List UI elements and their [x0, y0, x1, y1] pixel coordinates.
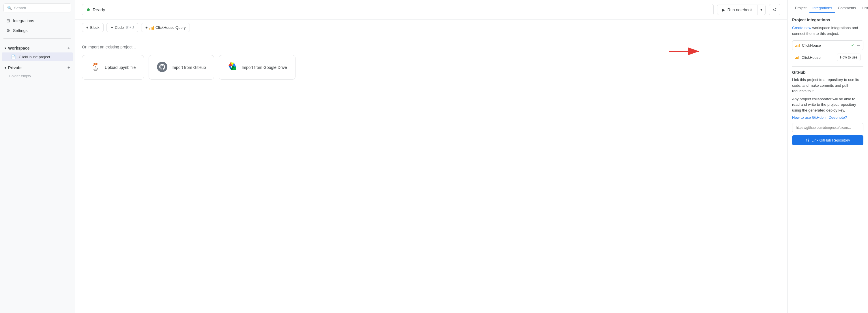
link-github-button[interactable]: ⛓ Link GitHub Repository [792, 135, 863, 145]
import-cards: Upload .ipynb file Import from GitHub [82, 55, 780, 79]
import-section: Or import an existing project... Upload … [75, 35, 787, 89]
search-box[interactable]: 🔍 Search... [3, 3, 71, 12]
github-desc-1: Link this project to a repository to use… [792, 77, 863, 94]
add-block-label: Block [90, 25, 99, 30]
ch-sub-icon [795, 56, 799, 59]
create-new-link[interactable]: Create new [792, 26, 811, 30]
sidebar-project-clickhouse[interactable]: 📄 ClickHouse project [2, 53, 73, 61]
run-label: Run notebook [727, 7, 752, 12]
main-content: Ready ▶ Run notebook ▾ ↺ + Block + Code … [75, 0, 787, 313]
private-header[interactable]: ▾ Private + [0, 63, 75, 72]
sidebar-item-label: Integrations [13, 19, 34, 23]
tab-history[interactable]: History [859, 3, 868, 13]
sidebar-item-label: Settings [13, 28, 28, 33]
project-integrations-title: Project integrations [792, 18, 863, 22]
svg-point-6 [97, 68, 98, 69]
import-github-card[interactable]: Import from GitHub [149, 55, 214, 79]
search-placeholder: Search... [14, 6, 29, 10]
add-code-label: Code [115, 25, 124, 30]
workspace-header[interactable]: ▾ Workspace + [0, 44, 75, 53]
private-add-button[interactable]: + [67, 65, 70, 70]
sidebar-divider [3, 38, 71, 39]
github-icon [157, 62, 167, 73]
integrations-icon: ⊞ [6, 18, 10, 23]
gdrive-label: Import from Google Drive [242, 65, 287, 70]
run-notebook-button[interactable]: ▶ Run notebook [717, 5, 757, 15]
private-section: ▾ Private + Folder empty [0, 63, 75, 80]
plus-icon: + [86, 25, 89, 30]
ch-small-icon [795, 43, 800, 47]
run-btn-group: ▶ Run notebook ▾ [717, 5, 766, 15]
right-panel-content: Project integrations Create new workspac… [787, 13, 868, 150]
check-icon: ✓ [851, 43, 855, 47]
add-block-button[interactable]: + Block [82, 23, 103, 32]
plus-icon: + [111, 25, 113, 30]
sidebar-item-settings[interactable]: ⚙ Settings [2, 26, 73, 35]
github-repo-input[interactable] [792, 123, 863, 132]
create-new-text: Create new workspace integrations and co… [792, 25, 863, 36]
play-icon: ▶ [722, 7, 725, 12]
more-menu-icon[interactable]: ··· [857, 43, 860, 47]
clickhouse-name: ClickHouse [802, 43, 821, 47]
chevron-down-icon: ▾ [761, 7, 763, 12]
plus-icon: + [146, 25, 148, 30]
upload-ipynb-card[interactable]: Upload .ipynb file [82, 55, 144, 79]
chevron-down-icon: ▾ [5, 46, 6, 50]
run-dropdown-button[interactable]: ▾ [757, 5, 766, 15]
doc-icon: 📄 [11, 55, 16, 59]
import-gdrive-card[interactable]: Import from Google Drive [219, 55, 295, 79]
divider [792, 66, 863, 67]
status-text: Ready [93, 7, 105, 12]
how-to-use-button[interactable]: How to use [837, 54, 861, 61]
private-label: Private [8, 65, 22, 70]
add-query-button[interactable]: + ClickHouse Query [141, 23, 190, 32]
sub-integration-name: ClickHouse [802, 55, 821, 60]
github-how-to-link[interactable]: How to use GitHub in Deepnote? [792, 115, 863, 119]
keyboard-shortcut: ⌘ + J [126, 26, 134, 29]
workspace-label: Workspace [8, 46, 29, 50]
tab-comments[interactable]: Comments [835, 3, 859, 13]
chevron-down-icon: ▾ [5, 66, 6, 70]
sidebar-item-integrations[interactable]: ⊞ Integrations [2, 16, 73, 26]
sub-integration-clickhouse: ClickHouse How to use [792, 52, 863, 63]
red-arrow [669, 46, 704, 57]
svg-point-7 [95, 67, 96, 67]
workspace-add-button[interactable]: + [67, 45, 70, 51]
right-panel: Project Integrations Comments History Pr… [787, 0, 868, 313]
upload-label: Upload .ipynb file [105, 65, 135, 70]
right-panel-tabs: Project Integrations Comments History [787, 0, 868, 13]
refresh-button[interactable]: ↺ [769, 4, 780, 15]
link-github-label: Link GitHub Repository [811, 138, 850, 142]
link-icon: ⛓ [805, 138, 809, 142]
add-query-label: ClickHouse Query [156, 25, 186, 30]
search-icon: 🔍 [7, 6, 12, 10]
status-dot [87, 8, 90, 11]
settings-icon: ⚙ [6, 28, 10, 33]
svg-point-8 [157, 62, 167, 72]
clickhouse-integration-item: ClickHouse ✓ ··· [792, 40, 863, 50]
jupyter-icon [90, 62, 101, 73]
project-name: ClickHouse project [19, 55, 50, 59]
status-bar: Ready [82, 4, 714, 15]
ch-bars-icon [150, 26, 154, 30]
folder-empty-label: Folder empty [0, 72, 75, 80]
sidebar: 🔍 Search... ⊞ Integrations ⚙ Settings ▾ … [0, 0, 75, 313]
notebook-toolbar: Ready ▶ Run notebook ▾ ↺ [75, 0, 787, 20]
tab-project[interactable]: Project [792, 3, 809, 13]
block-toolbar: + Block + Code ⌘ + J + ClickHouse Query [75, 20, 787, 35]
github-section-title: GitHub [792, 70, 863, 75]
refresh-icon: ↺ [773, 7, 777, 12]
tab-integrations[interactable]: Integrations [809, 3, 835, 13]
workspace-section: ▾ Workspace + 📄 ClickHouse project [0, 44, 75, 61]
gdrive-icon [227, 62, 238, 73]
github-desc-2: Any project collaborator will be able to… [792, 96, 863, 113]
svg-point-5 [93, 65, 94, 66]
add-code-button[interactable]: + Code ⌘ + J [106, 23, 138, 32]
github-label: Import from GitHub [172, 65, 206, 70]
